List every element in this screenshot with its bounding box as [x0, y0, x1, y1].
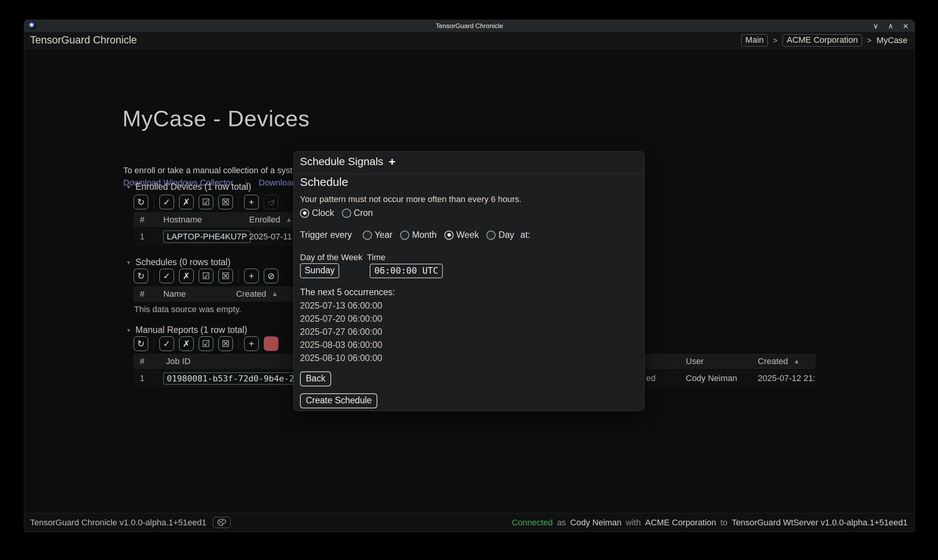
deselect-all-button[interactable]: ☒: [218, 195, 233, 209]
to-word: to: [720, 518, 727, 528]
day-of-week-select[interactable]: Sunday: [300, 263, 339, 278]
disable-schedule-button[interactable]: ⊘: [264, 269, 278, 283]
select-all-button[interactable]: ☑: [199, 269, 213, 283]
col-num: #: [140, 354, 144, 369]
status-bar: TensorGuard Chronicle v1.0.0-alpha.1+51e…: [24, 513, 915, 532]
x-icon: ✗: [183, 339, 190, 348]
add-schedule-button[interactable]: +: [244, 269, 259, 283]
plus-icon: +: [249, 272, 254, 281]
checked-box-icon: ☑: [202, 198, 210, 207]
theme-button[interactable]: [213, 517, 231, 528]
cron-radio-label[interactable]: Cron: [354, 208, 373, 218]
col-hostname: Hostname: [163, 212, 202, 227]
col-created-sortable[interactable]: Created ▲: [236, 286, 278, 302]
add-signal-icon[interactable]: +: [389, 155, 395, 168]
time-input[interactable]: 06:00:00 UTC: [370, 264, 443, 278]
add-report-button[interactable]: +: [244, 336, 259, 351]
occurrences-label: The next 5 occurrences:: [300, 287, 395, 298]
refresh-button[interactable]: ↻: [134, 195, 148, 209]
day-radio[interactable]: [486, 231, 496, 240]
back-button[interactable]: Back: [300, 371, 331, 386]
breadcrumb-org[interactable]: ACME Corporation: [782, 34, 862, 47]
mode-radio-group: Clock Cron: [300, 208, 373, 218]
enroll-action-button[interactable]: [264, 195, 278, 209]
select-all-button[interactable]: ☑: [199, 195, 213, 209]
time-label: Time: [367, 252, 385, 262]
section-manual-reports-header[interactable]: ▼ Manual Reports (1 row total): [126, 325, 247, 335]
modal-title: Schedule Signals: [300, 155, 383, 168]
x-icon: ✗: [183, 198, 190, 207]
refresh-icon: ↻: [137, 339, 144, 348]
approve-button[interactable]: ✓: [159, 269, 174, 283]
approve-button[interactable]: ✓: [159, 195, 174, 209]
week-radio[interactable]: [444, 231, 454, 240]
manual-reports-toolbar: ↻ ✓ ✗ ☑ ☒ +: [134, 336, 278, 351]
col-enrolled-sortable[interactable]: Enrolled ▲: [249, 212, 292, 227]
sort-asc-icon: ▲: [271, 290, 278, 298]
clock-radio-label[interactable]: Clock: [312, 208, 334, 218]
schedule-heading: Schedule: [300, 176, 348, 189]
app-window: TensorGuard Chronicle ∨ ∧ × TensorGuard …: [24, 20, 915, 532]
day-of-week-label: Day of the Week: [300, 252, 367, 262]
empty-datasource-note: This data source was empty.: [134, 304, 241, 314]
refresh-button[interactable]: ↻: [134, 269, 148, 283]
refresh-button[interactable]: ↻: [134, 336, 148, 351]
toolbar-divider: [154, 269, 154, 283]
x-box-icon: ☒: [222, 198, 230, 207]
enrolled-date: 2025-07-11: [249, 228, 292, 245]
server-version: TensorGuard WtServer v1.0.0-alpha.1+51ee…: [732, 518, 908, 528]
occurrence-item: 2025-07-20 06:00:00: [300, 312, 382, 325]
occurrence-item: 2025-08-03 06:00:00: [300, 338, 382, 351]
toolbar-divider: [238, 196, 239, 209]
schedules-toolbar: ↻ ✓ ✗ ☑ ☒ + ⊘: [134, 269, 278, 283]
col-created-sortable[interactable]: Created ▲: [758, 354, 800, 369]
window-title: TensorGuard Chronicle: [24, 20, 915, 32]
plus-icon: +: [249, 198, 254, 207]
section-schedules-header[interactable]: ▼ Schedules (0 rows total): [126, 257, 231, 267]
intro-text: To enroll or take a manual collection of…: [123, 165, 292, 176]
user-cell: Cody Neiman: [686, 370, 737, 387]
reject-button[interactable]: ✗: [179, 336, 194, 351]
screen: TensorGuard Chronicle ∨ ∧ × TensorGuard …: [0, 0, 938, 560]
year-radio-label[interactable]: Year: [375, 230, 392, 240]
col-name: Name: [163, 286, 186, 302]
occurrences-list: 2025-07-13 06:00:00 2025-07-20 06:00:00 …: [300, 299, 382, 364]
connection-status: Connected as Cody Neiman with ACME Corpo…: [512, 513, 908, 532]
cron-radio[interactable]: [342, 209, 351, 218]
reject-button[interactable]: ✗: [179, 269, 194, 283]
month-radio[interactable]: [400, 231, 409, 240]
minimize-icon[interactable]: ∨: [873, 22, 878, 30]
col-created-label: Created: [236, 289, 266, 299]
col-created-label: Created: [758, 356, 788, 366]
breadcrumb-main[interactable]: Main: [741, 34, 768, 47]
reject-button[interactable]: ✗: [179, 195, 194, 209]
toolbar-divider: [154, 337, 154, 350]
maximize-icon[interactable]: ∧: [888, 22, 893, 30]
hostname-cell[interactable]: LAPTOP-PHE4KU7P: [163, 228, 251, 245]
approve-button[interactable]: ✓: [159, 336, 174, 351]
collapse-icon[interactable]: ▼: [126, 259, 131, 266]
select-all-button[interactable]: ☑: [199, 336, 213, 351]
clock-radio[interactable]: [300, 209, 309, 218]
download-second-collector-link[interactable]: Download: [259, 178, 296, 188]
add-device-button[interactable]: +: [244, 195, 259, 209]
window-titlebar: TensorGuard Chronicle ∨ ∧ ×: [24, 20, 915, 32]
hostname-value[interactable]: LAPTOP-PHE4KU7P: [163, 231, 251, 243]
section-enrolled-devices-header[interactable]: ▼ Enrolled Devices (1 row total): [126, 182, 251, 192]
year-radio[interactable]: [363, 231, 372, 240]
stop-report-button[interactable]: [264, 336, 278, 351]
section-title: Schedules (0 rows total): [136, 257, 231, 267]
deselect-all-button[interactable]: ☒: [218, 336, 233, 351]
create-schedule-button[interactable]: Create Schedule: [300, 393, 377, 408]
month-radio-label[interactable]: Month: [412, 230, 437, 240]
plus-icon: +: [249, 339, 254, 348]
collapse-icon[interactable]: ▼: [126, 327, 131, 333]
at-label: at:: [520, 230, 530, 240]
close-icon[interactable]: ×: [903, 22, 908, 31]
week-radio-label[interactable]: Week: [456, 230, 479, 240]
collapse-icon[interactable]: ▼: [126, 184, 131, 190]
day-radio-label[interactable]: Day: [498, 230, 514, 240]
col-job-id: Job ID: [166, 354, 191, 369]
breadcrumb-separator: >: [773, 36, 777, 45]
deselect-all-button[interactable]: ☒: [218, 269, 233, 283]
